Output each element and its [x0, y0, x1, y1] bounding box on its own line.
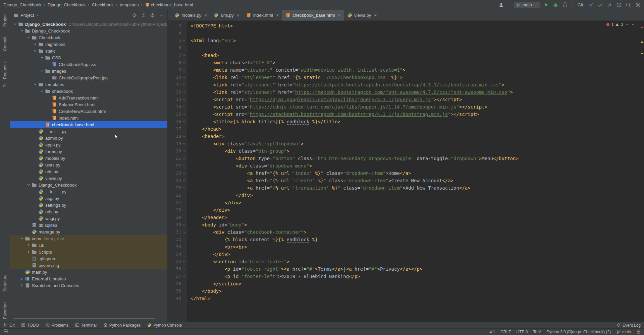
- tree-item-scripts[interactable]: Scripts: [10, 249, 167, 255]
- tree-item-checkbook-base-html[interactable]: checkbook_base.html: [10, 121, 167, 128]
- chevron-down-icon[interactable]: [26, 35, 31, 40]
- fold-marker-icon[interactable]: [181, 59, 187, 66]
- update-project-button[interactable]: [588, 2, 594, 8]
- next-problem-icon[interactable]: [631, 23, 635, 26]
- tree-item-django-checkbook[interactable]: Django_Checkbook: [10, 27, 167, 34]
- project-panel-title[interactable]: Project: [20, 13, 34, 18]
- chevron-down-icon[interactable]: [19, 236, 24, 241]
- code-line-33[interactable]: 33 <br><br>: [168, 243, 639, 251]
- code-line-37[interactable]: 37 <p id="footer-left">©2019 - Bluebird …: [168, 273, 639, 280]
- code-line-15[interactable]: 15 <script src="https://stackpath.bootst…: [168, 111, 639, 118]
- code-line-23[interactable]: 23 <a href="{% url 'index' %}" class="dr…: [168, 170, 639, 177]
- tab-checkbook-base-html[interactable]: checkbook_base.html×: [282, 10, 344, 20]
- tool-window-button-structure[interactable]: Structure: [3, 274, 7, 291]
- close-tab-icon[interactable]: ×: [276, 13, 279, 18]
- close-tab-icon[interactable]: ×: [204, 13, 207, 18]
- settings-button[interactable]: [635, 2, 641, 8]
- code-line-19[interactable]: 19 <div class="JavaScriptDropdown">: [168, 140, 639, 147]
- git-branch-widget[interactable]: main: [514, 2, 540, 8]
- tree-item-pyvenv-cfg[interactable]: pyvenv.cfg: [10, 262, 167, 269]
- tool-window-button-git[interactable]: Git: [3, 323, 14, 328]
- tree-item-urls-py[interactable]: urls.py: [10, 208, 167, 215]
- tree-item-asgi-py[interactable]: asgi.py: [10, 195, 167, 202]
- fold-marker-icon[interactable]: [181, 37, 187, 44]
- commit-button[interactable]: [597, 2, 603, 8]
- fold-marker-icon[interactable]: [181, 258, 187, 265]
- tree-item-checkbook[interactable]: checkbook: [10, 88, 167, 94]
- code-line-12[interactable]: 12 <link rel="stylesheet" href="https://…: [168, 88, 639, 96]
- code-editor[interactable]: 3<!DOCTYPE html>45<html lang="en">67 <he…: [168, 21, 644, 322]
- tool-window-button-problems[interactable]: Problems: [46, 323, 69, 328]
- code-line-22[interactable]: 22 <div class="dropdown-menu">: [168, 162, 639, 170]
- tree-item-urls-py[interactable]: urls.py: [10, 168, 167, 175]
- tree-item-settings-py[interactable]: settings.py: [10, 202, 167, 208]
- tool-window-button-favorites[interactable]: Favorites: [3, 302, 7, 319]
- code-line-5[interactable]: 5<html lang="en">: [168, 37, 639, 44]
- tree-item-checkbook[interactable]: Checkbook: [10, 34, 167, 41]
- chevron-right-icon[interactable]: [33, 42, 38, 47]
- chevron-down-icon[interactable]: [33, 49, 38, 53]
- code-line-4[interactable]: 4: [168, 29, 639, 37]
- fold-marker-icon[interactable]: [181, 88, 187, 96]
- tool-window-button-python-console[interactable]: Python Console: [147, 323, 182, 328]
- code-line-38[interactable]: 38 </section>: [168, 280, 639, 287]
- tree-item-migrations[interactable]: migrations: [10, 41, 167, 48]
- tree-item-forms-py[interactable]: forms.py: [10, 148, 167, 155]
- close-tab-icon[interactable]: ×: [374, 13, 377, 18]
- chevron-right-icon[interactable]: [26, 243, 31, 248]
- close-tab-icon[interactable]: ×: [338, 13, 340, 18]
- tool-window-button-pull-requests[interactable]: Pull Requests: [3, 61, 7, 87]
- tool-window-button-todo[interactable]: TODO: [21, 323, 39, 328]
- tab-urls-py[interactable]: urls.py×: [210, 10, 243, 20]
- hide-panel-icon[interactable]: [159, 13, 164, 18]
- tool-window-button-python-packages[interactable]: Python Packages: [103, 323, 141, 328]
- history-button[interactable]: [616, 2, 622, 8]
- chevron-down-icon[interactable]: [19, 28, 24, 33]
- fold-marker-icon[interactable]: [181, 177, 187, 184]
- code-line-10[interactable]: 10 <link rel="stylesheet" href="{% stati…: [168, 74, 639, 81]
- user-profile-icon[interactable]: [498, 2, 504, 8]
- prev-problem-icon[interactable]: [625, 23, 629, 26]
- tree-item-manage-py[interactable]: manage.py: [10, 228, 167, 235]
- code-line-17[interactable]: 17 </head>: [168, 125, 639, 133]
- breadcrumb-item[interactable]: templates: [120, 2, 139, 7]
- tree-item-index-html[interactable]: index.html: [10, 115, 167, 121]
- horizontal-scrollbar[interactable]: [14, 318, 155, 319]
- tree-item-external-libraries[interactable]: External Libraries: [10, 275, 167, 282]
- tree-item-checkbookapp-css[interactable]: CheckbookApp.css: [10, 61, 167, 68]
- fold-marker-icon[interactable]: [181, 66, 187, 74]
- fold-marker-icon[interactable]: [181, 147, 187, 155]
- tree-item-wsgi-py[interactable]: wsgi.py: [10, 215, 167, 222]
- coverage-button[interactable]: [562, 2, 568, 8]
- code-line-35[interactable]: 35 <section id="block-footer">: [168, 258, 639, 265]
- status-item-python-3-9-django-checkbook-2-[interactable]: Python 3.9 (Django_Checkbook) (2): [547, 330, 611, 334]
- code-line-16[interactable]: 16 <title>{% block title%}{% endblock %}…: [168, 118, 639, 125]
- status-item-4-1[interactable]: 4:1: [489, 330, 495, 334]
- code-line-14[interactable]: 14 <script src="https://cdnjs.cloudflare…: [168, 103, 639, 111]
- tree-item-images[interactable]: images: [10, 68, 167, 74]
- code-line-30[interactable]: 30 <body id="body">: [168, 221, 639, 228]
- tool-window-toggle[interactable]: [3, 329, 8, 335]
- tree-item-addtransaction-html[interactable]: AddTransaction.html: [10, 94, 167, 101]
- tree-item-django-checkbook[interactable]: Django_CheckbookC:\Users\Jacob\Documents…: [10, 21, 167, 27]
- code-line-25[interactable]: 25 <a href="{% url 'transaction' %}" cla…: [168, 184, 639, 192]
- code-line-24[interactable]: 24 <a href="{% url 'create' %}" class="d…: [168, 177, 639, 184]
- code-line-3[interactable]: 3<!DOCTYPE html>: [168, 22, 639, 29]
- tool-window-button-terminal[interactable]: Terminal: [75, 323, 96, 328]
- fold-marker-icon[interactable]: [181, 184, 187, 192]
- collapse-all-icon[interactable]: [141, 13, 146, 18]
- fold-marker-icon[interactable]: [181, 133, 187, 140]
- fold-marker-icon[interactable]: [181, 74, 187, 81]
- code-line-6[interactable]: 6: [168, 44, 639, 52]
- chevron-down-icon[interactable]: [40, 89, 44, 93]
- code-line-11[interactable]: 11 <link rel="stylesheet" href="https://…: [168, 81, 639, 88]
- status-item-utf-8[interactable]: UTF-8: [517, 330, 528, 334]
- code-line-34[interactable]: 34 </div>: [168, 251, 639, 258]
- tool-window-button-commit[interactable]: Commit: [3, 37, 7, 51]
- fold-marker-icon[interactable]: [181, 96, 187, 103]
- breadcrumb-item[interactable]: checkbook_base.html: [145, 2, 193, 7]
- code-line-31[interactable]: 31 <div class="checkbook-container">: [168, 228, 639, 236]
- fold-marker-icon[interactable]: [181, 111, 187, 118]
- fold-marker-icon[interactable]: [181, 228, 187, 236]
- chevron-down-icon[interactable]: [26, 183, 31, 187]
